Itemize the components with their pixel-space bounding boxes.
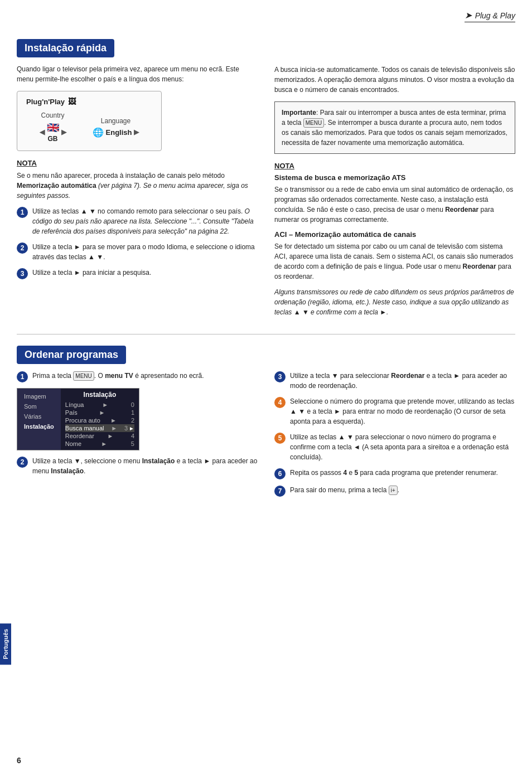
section2-right: 3 Utilize a tecla ▼ para seleccionar Reo… (274, 371, 515, 502)
exit-key: i+ (389, 486, 398, 495)
section1-right-intro: A busca inicia-se automaticamente. Todos… (274, 65, 515, 95)
subsection1-title: Sistema de busca e memorização ATS (274, 173, 515, 182)
s2-step-num-2: 2 (17, 457, 28, 468)
subsection2-title: ACI – Memorização automática de canais (274, 230, 515, 239)
menu-item-varias: Várias (22, 412, 56, 421)
s2-step-num-1: 1 (17, 371, 28, 382)
menu-right-nome: Nome►5 (65, 440, 134, 448)
step-3: 3 Utilize a tecla ► para iniciar a pesqu… (17, 268, 258, 279)
s2-step-text-1: Prima a tecla MENU. O menu TV é apresent… (32, 371, 204, 381)
step-num-1: 1 (17, 207, 28, 218)
s2-step-num-4: 4 (274, 397, 286, 408)
s2-step-text-5: Utilize as teclas ▲ ▼ para seleccionar o… (290, 432, 515, 462)
s2-step-5: 5 Utilize as teclas ▲ ▼ para seleccionar… (274, 432, 515, 462)
section2-left: 1 Prima a tecla MENU. O menu TV é aprese… (17, 371, 258, 502)
section1-left: Instalação rápida Quando ligar o televis… (17, 39, 258, 323)
arrow-left-icon: ◀ (40, 128, 45, 136)
menu-right-header: Instalação (65, 391, 134, 399)
country-value: ◀ 🇬🇧 GB ▶ (40, 122, 66, 143)
s2-step-num-7: 7 (274, 486, 286, 497)
country-col: Country ◀ 🇬🇧 GB ▶ (40, 111, 66, 143)
s2-step-7: 7 Para sair do menu, prima a tecla i+. (274, 485, 515, 497)
menu-right-pais: País►1 (65, 409, 134, 416)
menu-item-som: Som (22, 402, 56, 411)
section2: Ordenar programas 1 Prima a tecla MENU. … (17, 346, 515, 502)
s2-step-text-2: Utilize a tecla ▼, seleccione o menu Ins… (32, 456, 258, 476)
step-2: 2 Utilize a tecla ► para se mover para o… (17, 242, 258, 262)
s2-step-num-3: 3 (274, 371, 286, 382)
s2-step-text-4: Seleccione o número do programa que pret… (290, 396, 515, 426)
flag-icon: 🇬🇧 (47, 122, 59, 134)
menu-right-reordenar: Reordenar►4 (65, 432, 134, 440)
s2-step-num-6: 6 (274, 468, 286, 479)
step-text-1: Utilize as teclas ▲ ▼ no comando remoto … (32, 206, 258, 236)
arrow-icon: ➤ (465, 10, 472, 21)
menu-left-panel: Imagem Som Várias Instalação (17, 389, 61, 450)
section-divider (17, 334, 515, 334)
subsection2-italic: Alguns transmissores ou rede de cabo dif… (274, 287, 515, 317)
section1: Instalação rápida Quando ligar o televis… (17, 39, 515, 323)
plugnplay-row: Country ◀ 🇬🇧 GB ▶ Language 🌐 Engli (26, 111, 152, 143)
plug-play-label: Plug & Play (475, 11, 515, 20)
step-text-3: Utilize a tecla ► para iniciar a pesquis… (32, 268, 151, 278)
s2-step-text-7: Para sair do menu, prima a tecla i+. (290, 485, 399, 495)
menu-key-2: MENU (73, 371, 94, 381)
language-value: 🌐 English ▶ (93, 127, 139, 138)
nota-body: Se o menu não aparecer, proceda à instal… (17, 171, 258, 201)
plugnplay-box: Plug'n'Play 🖼 Country ◀ 🇬🇧 GB ▶ (17, 91, 162, 151)
menu-right-procura: Procura auto►2 (65, 416, 134, 424)
s2-step-6: 6 Repita os passos 4 e 5 para cada progr… (274, 468, 515, 479)
section2-main: 1 Prima a tecla MENU. O menu TV é aprese… (17, 371, 515, 502)
plug-play-header: ➤ Plug & Play (465, 10, 515, 22)
step-text-2: Utilize a tecla ► para se mover para o m… (32, 242, 258, 262)
menu-item-imagem: Imagem (22, 392, 56, 401)
menu-key: MENU (303, 118, 324, 128)
section1-intro: Quando ligar o televisor pela primeira v… (17, 64, 258, 84)
nota-right: NOTA Sistema de busca e memorização ATS … (274, 162, 515, 317)
subsection1-text: Se o transmissor ou a rede de cabo envia… (274, 185, 515, 225)
s2-step-1: 1 Prima a tecla MENU. O menu TV é aprese… (17, 371, 258, 382)
section1-title: Instalação rápida (17, 39, 258, 64)
monitor-icon: 🖼 (68, 97, 76, 106)
menu-screenshot: Imagem Som Várias Instalação Instalação … (17, 388, 139, 450)
subsection2-text: Se for detectado um sistema por cabo ou … (274, 241, 515, 282)
globe-icon: 🌐 (93, 127, 104, 138)
nota-title: NOTA (17, 159, 258, 167)
menu-item-instalacao: Instalação (22, 422, 56, 431)
section2-title: Ordenar programas (17, 346, 515, 371)
step-1: 1 Utilize as teclas ▲ ▼ no comando remot… (17, 206, 258, 236)
nota-title-right: NOTA (274, 162, 515, 170)
language-tab: Português (0, 623, 11, 665)
important-box: Importante: Para sair ou interromper a b… (274, 101, 515, 154)
s2-step-text-3: Utilize a tecla ▼ para seleccionar Reord… (290, 371, 515, 391)
s2-step-3: 3 Utilize a tecla ▼ para seleccionar Reo… (274, 371, 515, 391)
step-num-2: 2 (17, 243, 28, 254)
plugnplay-box-title: Plug'n'Play 🖼 (26, 97, 152, 106)
s2-step-2: 2 Utilize a tecla ▼, seleccione o menu I… (17, 456, 258, 476)
s2-step-text-6: Repita os passos 4 e 5 para cada program… (290, 468, 498, 478)
s2-step-4: 4 Seleccione o número do programa que pr… (274, 396, 515, 426)
page-number: 6 (17, 756, 21, 765)
section1-right: A busca inicia-se automaticamente. Todos… (274, 39, 515, 323)
arrow-right2-icon: ▶ (134, 128, 139, 136)
step-num-3: 3 (17, 268, 28, 279)
menu-right-panel: Instalação Língua►0 País►1 Procura auto►… (61, 389, 139, 450)
s2-step-num-5: 5 (274, 433, 286, 444)
arrow-right-icon: ▶ (61, 128, 66, 136)
menu-right-busca: Busca manual►3 ► (65, 424, 134, 432)
menu-right-lingua: Língua►0 (65, 401, 134, 409)
language-col: Language 🌐 English ▶ (93, 117, 139, 138)
